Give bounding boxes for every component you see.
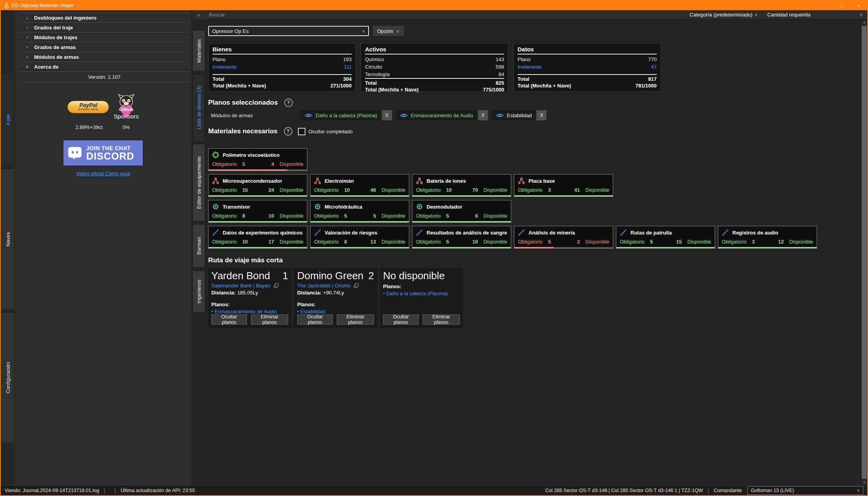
material-card-placa-base: Placa base Obligatorio3 41Disponible — [514, 174, 613, 197]
sidebar-item-grados-de-armas[interactable]: › Grados de armas — [20, 42, 189, 52]
panel-row-label: Irrelevante — [212, 63, 236, 71]
route-location-link[interactable]: The Jackrabbit | Orishis — [297, 283, 374, 289]
material-card-registros-de-audio: Registros de audio Obligatorio3 12Dispon… — [718, 226, 817, 249]
remove-blueprints-button[interactable]: Eliminar planos — [337, 314, 374, 325]
required-label: Obligatorio — [416, 213, 441, 219]
available-value: 10 — [269, 213, 274, 219]
available-value: 24 — [269, 187, 274, 193]
required-value: 5 — [446, 239, 449, 245]
rail-tab-naves[interactable]: Naves — [1, 169, 15, 310]
required-label: Obligatorio — [212, 213, 237, 219]
commander-dropdown[interactable]: Gofioman 13 (LIVE) ∨ — [747, 486, 863, 495]
material-progress-bar — [718, 247, 817, 248]
material-progress-bar — [311, 221, 409, 222]
data-icon — [212, 229, 219, 236]
paypal-donate-button[interactable]: PayPal Donate Now — [67, 101, 109, 113]
maximize-button[interactable]: □ — [833, 1, 850, 10]
route-distance: Distancia:185.05Ly — [211, 290, 288, 296]
tab-materiales[interactable]: Materiales — [192, 30, 205, 71]
sidebar-item-label: Desbloqueo del ingeniero — [34, 15, 96, 21]
material-card-an-lisis-de-miner-a: Análisis de minería Obligatorio5 2Dispon… — [514, 226, 613, 249]
material-card-datos-de-experimentos-qu-micos: Datos de experimentos químicos Obligator… — [208, 226, 307, 249]
tab-barman[interactable]: Barman — [192, 224, 205, 267]
discord-button[interactable]: JOIN THE CHAT DISCORD — [64, 140, 143, 165]
available-value: 10 — [472, 239, 478, 245]
help-icon[interactable]: ? — [284, 127, 292, 136]
option-button[interactable]: Opción ∨ — [373, 26, 404, 36]
hide-completed-checkbox[interactable] — [298, 128, 305, 135]
video-guide-link[interactable]: Video oficial Cómo guía — [76, 171, 130, 176]
search-input[interactable] — [205, 10, 685, 19]
vertical-scrollbar[interactable]: ∧ ∨ — [861, 20, 867, 485]
tab-ingenieros[interactable]: Ingenieros — [192, 271, 205, 312]
hide-blueprints-button[interactable]: Ocultar planos — [383, 314, 419, 325]
github-sponsors-button[interactable]: Github Sponsors — [114, 94, 138, 120]
scroll-down-arrow[interactable]: ∨ — [861, 479, 867, 485]
search-select[interactable]: Opressor Op Es ∨ — [208, 26, 369, 36]
circuit-icon — [212, 177, 219, 184]
sidebar-item-grados-del-traje[interactable]: › Grados del traje — [20, 23, 189, 33]
required-label: Obligatorio — [416, 187, 441, 193]
route-engineer-name: Domino Green — [297, 270, 363, 282]
rail-tab-a-pie[interactable]: A pie — [1, 73, 15, 166]
chip-icon — [212, 203, 219, 210]
help-icon[interactable]: ? — [284, 98, 293, 107]
available-label: Disponible — [483, 213, 507, 219]
available-label: Disponible — [585, 187, 609, 193]
material-card-desmodulador: Desmodulador Obligatorio5 6Disponible — [412, 200, 511, 223]
panel-row-label: Circuito — [365, 63, 382, 71]
sidebar-item-m-dulos-de-trajes[interactable]: › Módulos de trajes — [20, 33, 189, 42]
collapse-sidebar-button[interactable]: ‹ — [192, 10, 205, 20]
tab-lista-de-deseos-3[interactable]: Lista de deseos (3) — [192, 74, 205, 141]
required-value: 10 — [344, 187, 350, 193]
required-value: 8 — [242, 213, 245, 219]
chevron-down-icon: ∨ — [755, 13, 757, 17]
discord-icon — [67, 145, 82, 160]
chip-remove-button[interactable]: X — [478, 110, 488, 120]
sidebar-item-m-dulos-de-armas[interactable]: › Módulos de armas — [20, 52, 189, 62]
circuit-icon — [416, 177, 423, 184]
material-progress-bar — [311, 247, 409, 248]
scroll-up-arrow[interactable]: ∧ — [861, 20, 867, 25]
material-progress-bar — [514, 195, 613, 196]
required-label: Obligatorio — [314, 187, 339, 193]
hide-blueprints-button[interactable]: Ocultar planos — [297, 314, 333, 325]
eye-icon[interactable] — [496, 113, 504, 118]
api-update-label: Última actualización de API: 23:55 — [120, 488, 195, 493]
panel-row-label: Irrelevante — [518, 63, 541, 71]
copy-icon[interactable] — [354, 283, 359, 288]
remove-blueprints-button[interactable]: Eliminar planos — [423, 314, 460, 325]
molecule-icon — [212, 151, 219, 158]
material-name: Electroimán — [325, 178, 354, 184]
eye-icon[interactable] — [400, 113, 408, 118]
circuit-icon — [314, 177, 321, 184]
quantity-dropdown[interactable]: Cantidad requerida ∨ — [762, 10, 867, 19]
sidebar-item-acerca-de[interactable]: ∨ Acerca de — [20, 62, 189, 72]
scrollbar-thumb[interactable] — [862, 26, 867, 479]
available-value: 6 — [475, 213, 478, 219]
material-name: Rutas de patrulla — [630, 230, 672, 236]
material-progress-bar — [209, 247, 307, 248]
rail-tab-configuraci-n[interactable]: Configuración — [1, 312, 15, 443]
material-name: Análisis de minería — [528, 230, 575, 236]
category-dropdown[interactable]: Categoría (predeterminado) ∨ — [685, 10, 762, 19]
required-value: 8 — [344, 239, 347, 245]
sidebar-item-desbloqueo-del-ingeniero[interactable]: › Desbloqueo del ingeniero — [20, 13, 189, 23]
chip-remove-button[interactable]: X — [536, 110, 547, 120]
material-name: Batería de iones — [427, 178, 466, 184]
blueprint-chip: Estabilidad X — [492, 110, 547, 120]
panel-total-row: Total825 — [365, 80, 504, 86]
tab-editor-de-equipamiento[interactable]: Editor de equipamiento — [192, 144, 205, 221]
available-label: Disponible — [483, 187, 507, 193]
minimize-button[interactable]: – — [815, 1, 833, 10]
copy-icon[interactable] — [274, 283, 279, 288]
remove-blueprints-button[interactable]: Eliminar planos — [251, 314, 288, 325]
chip-remove-button[interactable]: X — [382, 110, 392, 120]
route-location-link[interactable]: Salamander Bank | Bayan — [211, 283, 288, 289]
hide-blueprints-button[interactable]: Ocultar planos — [211, 314, 247, 325]
panel-row-value: 143 — [496, 56, 504, 63]
material-progress-bar — [412, 195, 511, 196]
eye-icon[interactable] — [305, 113, 312, 118]
chevron-right-icon: › — [25, 35, 29, 40]
close-button[interactable]: × — [850, 1, 867, 10]
